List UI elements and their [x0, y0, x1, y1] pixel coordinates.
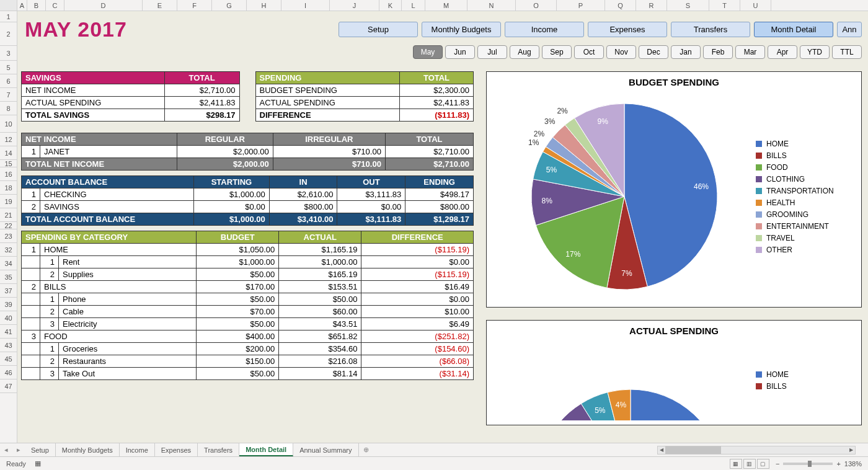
scroll-left-icon[interactable]: ◀: [658, 446, 665, 454]
tab-nav-prev-icon[interactable]: ▸: [12, 443, 25, 456]
row-header[interactable]: 21: [0, 208, 17, 222]
column-header[interactable]: J: [330, 0, 379, 11]
row-header[interactable]: 40: [0, 311, 17, 325]
view-page-break-icon[interactable]: ▢: [757, 459, 769, 469]
row-header[interactable]: 34: [0, 257, 17, 270]
column-header[interactable]: M: [425, 0, 467, 11]
row-header[interactable]: 46: [0, 366, 17, 379]
column-header[interactable]: B: [27, 0, 46, 11]
svg-text:5%: 5%: [595, 406, 606, 415]
column-header[interactable]: Q: [605, 0, 636, 11]
row-header[interactable]: 1: [0, 11, 17, 22]
month-jan[interactable]: Jan: [671, 45, 701, 59]
month-apr[interactable]: Apr: [768, 45, 797, 59]
row-header[interactable]: 19: [0, 195, 17, 208]
svg-text:46%: 46%: [694, 182, 709, 191]
row-header[interactable]: 6: [0, 74, 17, 88]
month-sep[interactable]: Sep: [542, 45, 572, 59]
column-header[interactable]: T: [709, 0, 740, 11]
column-header[interactable]: G: [212, 0, 247, 11]
nav-ann[interactable]: Ann: [837, 22, 862, 37]
table-row: 3FOOD$400.00$651.82($251.82): [22, 330, 474, 343]
sheet-tab-income[interactable]: Income: [120, 443, 155, 456]
column-header[interactable]: H: [247, 0, 281, 11]
column-header[interactable]: R: [636, 0, 667, 11]
scroll-right-icon[interactable]: ▶: [848, 446, 855, 454]
sheet-tab-annual-summary[interactable]: Annual Summary: [293, 443, 358, 456]
sheet-tab-setup[interactable]: Setup: [25, 443, 56, 456]
zoom-out-icon[interactable]: −: [776, 460, 779, 468]
scrollbar-thumb[interactable]: [665, 446, 721, 454]
select-all-corner[interactable]: [0, 0, 17, 11]
month-jun[interactable]: Jun: [445, 45, 475, 59]
zoom-in-icon[interactable]: +: [836, 460, 840, 468]
row-header[interactable]: 8: [0, 102, 17, 115]
row-header[interactable]: 12: [0, 133, 17, 146]
row-header[interactable]: 7: [0, 88, 17, 102]
horizontal-scrollbar[interactable]: ◀ ▶: [657, 446, 856, 454]
row-header[interactable]: 3: [0, 46, 17, 61]
nav-setup[interactable]: Setup: [339, 22, 418, 37]
row-header[interactable]: 10: [0, 115, 17, 133]
view-normal-icon[interactable]: ▦: [730, 459, 742, 469]
month-may[interactable]: May: [413, 45, 443, 59]
zoom-level: 138%: [844, 460, 862, 468]
column-header[interactable]: U: [740, 0, 771, 11]
legend-item: TRAVEL: [756, 234, 855, 242]
tab-nav-first-icon[interactable]: ◂: [0, 443, 12, 456]
column-header[interactable]: P: [557, 0, 605, 11]
month-feb[interactable]: Feb: [703, 45, 733, 59]
row-header[interactable]: 39: [0, 298, 17, 311]
sheet-tab-month-detail[interactable]: Month Detail: [239, 443, 293, 456]
row-header[interactable]: 47: [0, 379, 17, 393]
month-ttl[interactable]: TTL: [832, 45, 862, 59]
column-header[interactable]: A: [17, 0, 27, 11]
month-aug[interactable]: Aug: [510, 45, 539, 59]
column-header[interactable]: N: [467, 0, 516, 11]
row-header[interactable]: 43: [0, 339, 17, 352]
row-header[interactable]: 22: [0, 222, 17, 229]
row-header[interactable]: 23: [0, 229, 17, 243]
legend-item: BILLS: [756, 382, 855, 391]
row-header[interactable]: 18: [0, 181, 17, 195]
table-row: 3Electricity$50.00$43.51$6.49: [22, 318, 474, 330]
column-header[interactable]: D: [64, 0, 143, 11]
month-jul[interactable]: Jul: [477, 45, 507, 59]
nav-expenses[interactable]: Expenses: [588, 22, 667, 37]
column-header[interactable]: S: [667, 0, 709, 11]
column-header[interactable]: L: [402, 0, 425, 11]
zoom-control[interactable]: − + 138%: [776, 460, 862, 468]
macro-record-icon[interactable]: ▦: [35, 459, 41, 468]
row-header[interactable]: 45: [0, 352, 17, 366]
row-header[interactable]: 14: [0, 146, 17, 160]
row-header[interactable]: 16: [0, 167, 17, 181]
nav-monthly-budgets[interactable]: Monthly Budgets: [422, 22, 501, 37]
month-dec[interactable]: Dec: [639, 45, 668, 59]
column-header[interactable]: K: [379, 0, 402, 11]
row-header[interactable]: 37: [0, 284, 17, 298]
column-header[interactable]: I: [281, 0, 330, 11]
nav-transfers[interactable]: Transfers: [671, 22, 750, 37]
month-oct[interactable]: Oct: [574, 45, 604, 59]
column-header[interactable]: O: [516, 0, 557, 11]
row-header[interactable]: 15: [0, 160, 17, 167]
month-nov[interactable]: Nov: [606, 45, 636, 59]
month-mar[interactable]: Mar: [735, 45, 765, 59]
nav-month-detail[interactable]: Month Detail: [754, 22, 833, 37]
month-ytd[interactable]: YTD: [800, 45, 830, 59]
sheet-tab-expenses[interactable]: Expenses: [155, 443, 198, 456]
row-header[interactable]: 41: [0, 325, 17, 339]
column-header[interactable]: C: [46, 0, 64, 11]
sheet-tab-transfers[interactable]: Transfers: [198, 443, 239, 456]
column-header[interactable]: E: [143, 0, 177, 11]
new-sheet-button[interactable]: ⊕: [359, 443, 374, 456]
nav-income[interactable]: Income: [505, 22, 584, 37]
sheet-tab-monthly-budgets[interactable]: Monthly Budgets: [56, 443, 120, 456]
row-header[interactable]: 5: [0, 61, 17, 74]
row-header[interactable]: 2: [0, 22, 17, 46]
view-page-layout-icon[interactable]: ▥: [743, 459, 756, 469]
column-header[interactable]: F: [177, 0, 212, 11]
nav-button-group: SetupMonthly BudgetsIncomeExpensesTransf…: [339, 22, 862, 37]
row-header[interactable]: 35: [0, 270, 17, 284]
row-header[interactable]: 32: [0, 243, 17, 257]
